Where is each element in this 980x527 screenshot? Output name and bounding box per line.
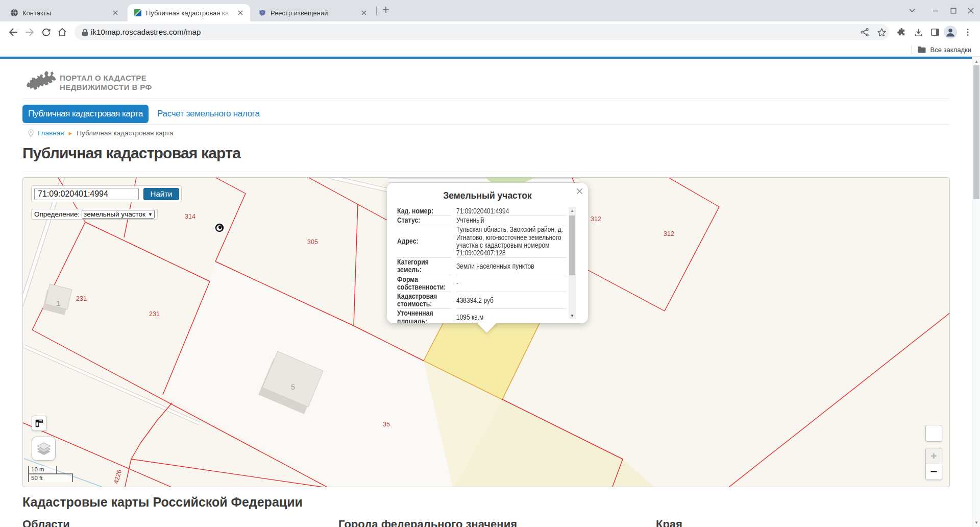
parcel-label-312: 312 [591,215,601,223]
popup-scrollbar[interactable]: ▲ ▼ [569,207,576,319]
tab-title: Контакты [22,9,108,17]
url-text: ik10map.roscadastres.com/map [91,24,201,40]
close-icon [968,8,974,14]
popup-row-gap [451,207,456,216]
address-bar[interactable]: ik10map.roscadastres.com/map [75,24,889,40]
eagle-favicon [258,9,266,17]
search-button[interactable]: Найти [143,188,179,200]
breadcrumb-current: Публичная кадастровая карта [77,129,173,137]
page-scrollbar[interactable]: ▲ ▼ [972,57,980,527]
browser-toolbar: ik10map.roscadastres.com/map [0,21,980,43]
popup-scroll-thumb[interactable] [569,215,575,275]
footer-heading: Кадастровые карты Российской Федерации [22,495,303,510]
window-minimize-button[interactable] [929,5,942,16]
tab-close-button[interactable] [111,8,120,17]
measure-tool-button[interactable] [32,416,47,431]
popup-row-value-text: - [456,279,567,287]
reload-button[interactable] [39,25,53,39]
downloads-button[interactable] [911,25,925,39]
footer-column-krais: Края [656,518,682,527]
window-close-button[interactable] [965,5,977,16]
popup-row-label-text: Форма собственности: [397,276,451,291]
back-button[interactable] [6,25,20,39]
popup-row-label-text: Кад. номер: [397,207,451,215]
popup-row-label: Статус: [397,216,451,225]
browser-tab-3[interactable]: Реестр извещений [252,4,374,21]
home-icon [57,27,67,37]
forward-button[interactable] [22,25,37,39]
definition-select[interactable]: земельный участок ▼ [82,210,155,219]
popup-scroll-up-arrow[interactable]: ▲ [569,207,576,214]
popup-row-1: Кад. номер:71:09:020401:4994 [397,207,567,216]
side-panel-button[interactable] [928,25,942,39]
close-icon [238,10,243,15]
browser-tab-1[interactable]: Контакты [4,4,125,21]
browser-menu-button[interactable] [961,25,975,39]
zoom-in-button[interactable]: + [926,448,942,464]
line-i [354,204,358,326]
search-input[interactable] [34,188,139,200]
minimize-icon [933,8,939,14]
popup-title: Земельный участок [387,190,588,201]
breadcrumb-home-link[interactable]: Главная [38,129,64,137]
popup-row-gap [451,275,456,292]
zoom-out-button[interactable]: − [926,464,942,480]
browser-tab-2[interactable]: Публичная кадастровая ка [128,4,250,21]
scale-imperial: 50 ft [28,473,73,482]
footer-column-regions: Области [22,518,70,527]
popup-row-value: - [456,275,567,292]
site-logo-text: ПОРТАЛ О КАДАСТРЕ НЕДВИЖИМОСТИ В РФ [60,74,152,91]
logo-text-line2: НЕДВИЖИМОСТИ В РФ [60,83,152,92]
popup-row-4: Категория земель:Земли населенных пункто… [397,258,567,275]
popup-row-gap [451,225,456,258]
window-maximize-button[interactable] [947,5,960,16]
popup-scroll-down-arrow[interactable]: ▼ [569,312,576,319]
site-logo-russia-map [25,70,57,94]
layers-button[interactable] [32,437,56,461]
popup-row-value-text: Тульская область, Заокский район, д. Игн… [456,226,567,257]
back-arrow-icon [8,27,18,37]
parcel-label-312: 312 [664,230,674,237]
popup-row-label-text: Адрес: [397,237,451,245]
cadastral-map-canvas[interactable]: 31430523123131231235422615 Земельный уча… [22,177,950,487]
lock-icon [82,29,88,36]
home-button[interactable] [55,25,69,39]
footer-column-federal-cities: Города федерального значения [338,518,517,527]
share-button[interactable] [857,25,872,39]
line-g [215,178,246,261]
breadcrumb-arrow-icon: ▶ [68,131,72,136]
popup-row-label-text: Статус: [397,217,451,224]
fullscreen-button[interactable] [925,425,942,442]
profile-avatar[interactable] [943,25,958,39]
tab-close-button[interactable] [236,8,245,17]
scroll-down-arrow[interactable]: ▼ [972,518,980,526]
popup-row-value: Земли населенных пунктов [456,258,567,275]
pkk-favicon-image [134,9,142,17]
line-312 [588,178,719,311]
scroll-up-arrow[interactable]: ▲ [972,57,980,65]
tab-close-button[interactable] [359,8,369,17]
nav-tab-public-map[interactable]: Публичная кадастровая карта [22,105,149,123]
puzzle-icon [897,28,906,37]
new-tab-button[interactable] [380,4,392,15]
all-bookmarks-button[interactable]: Все закладки [917,43,971,56]
tab-search-button[interactable] [906,5,918,16]
header-divider-bottom [22,124,949,125]
globe-favicon [10,9,18,17]
page-scroll-thumb[interactable] [973,65,979,199]
popup-row-6: Кадастровая стоимость:438394.2 руб [397,292,567,309]
road-top-center [329,178,389,190]
popup-row-gap [451,292,456,309]
close-icon [113,10,118,15]
definition-label: Определение: [34,210,80,218]
popup-row-value: 71:09:020401:4994 [456,207,567,216]
nav-tab-land-tax[interactable]: Расчет земельного налога [157,105,260,123]
globe-favicon-image [10,9,18,17]
browser-tab-strip: КонтактыПубличная кадастровая каРеестр и… [0,0,980,21]
measure-icon [35,419,44,428]
extensions-button[interactable] [894,25,909,39]
popup-row-gap [451,258,456,275]
title-divider [22,172,949,172]
bookmark-star-button[interactable] [874,25,889,39]
popup-row-value-text: Земли населенных пунктов [456,262,567,270]
